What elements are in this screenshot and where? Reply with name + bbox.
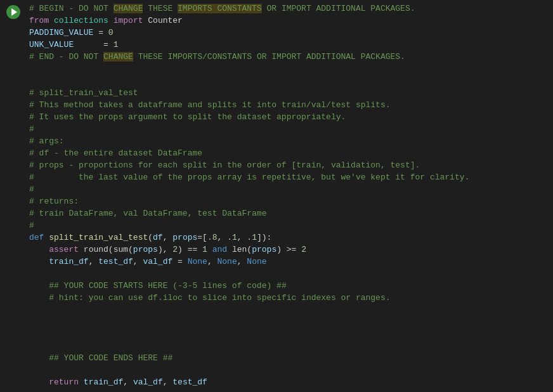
code-line (29, 328, 547, 340)
code-line: # props - proportions for each split in … (29, 159, 547, 171)
code-line: UNK_VALUE = 1 (29, 39, 547, 51)
code-line: train_df, test_df, val_df = None, None, … (29, 256, 547, 268)
code-line: # (29, 219, 547, 232)
code-line: # (29, 123, 547, 135)
code-line: def split_train_val_test(df, props=[.8, … (29, 232, 547, 244)
code-line: ## YOUR CODE STARTS HERE (-3-5 lines of … (29, 280, 547, 292)
code-line: # train DataFrame, val DataFrame, test D… (29, 207, 547, 219)
run-button[interactable] (6, 5, 20, 19)
code-line: ## YOUR CODE ENDS HERE ## (29, 352, 547, 364)
code-area[interactable]: # BEGIN - DO NOT CHANGE THESE IMPORTS CO… (27, 0, 553, 392)
code-line (29, 364, 547, 376)
code-line: assert round(sum(props), 2) == 1 and len… (29, 244, 547, 256)
gutter (0, 0, 27, 392)
editor-container: # BEGIN - DO NOT CHANGE THESE IMPORTS CO… (0, 0, 553, 392)
code-line: # split_train_val_test (29, 87, 547, 99)
code-line: # returns: (29, 195, 547, 207)
code-line: # args: (29, 135, 547, 147)
code-line: # hint: you can use df.iloc to slice int… (29, 292, 547, 304)
code-line (29, 75, 547, 87)
code-line: # BEGIN - DO NOT CHANGE THESE IMPORTS CO… (29, 3, 547, 15)
code-line: # It uses the props argument to split th… (29, 111, 547, 123)
code-line: PADDING_VALUE = 0 (29, 27, 547, 39)
code-line: from collections import Counter (29, 15, 547, 27)
code-line: # (29, 183, 547, 195)
code-line: # the last value of the props array is r… (29, 171, 547, 183)
code-line (29, 63, 547, 75)
code-line: return train_df, val_df, test_df (29, 376, 547, 388)
code-line: # This method takes a dataframe and spli… (29, 99, 547, 111)
code-line: # df - the entire dataset DataFrame (29, 147, 547, 159)
code-line (29, 268, 547, 280)
code-line (29, 340, 547, 352)
code-line (29, 304, 547, 316)
code-line (29, 316, 547, 328)
code-line: # END - DO NOT CHANGE THESE IMPORTS/CONS… (29, 51, 547, 63)
